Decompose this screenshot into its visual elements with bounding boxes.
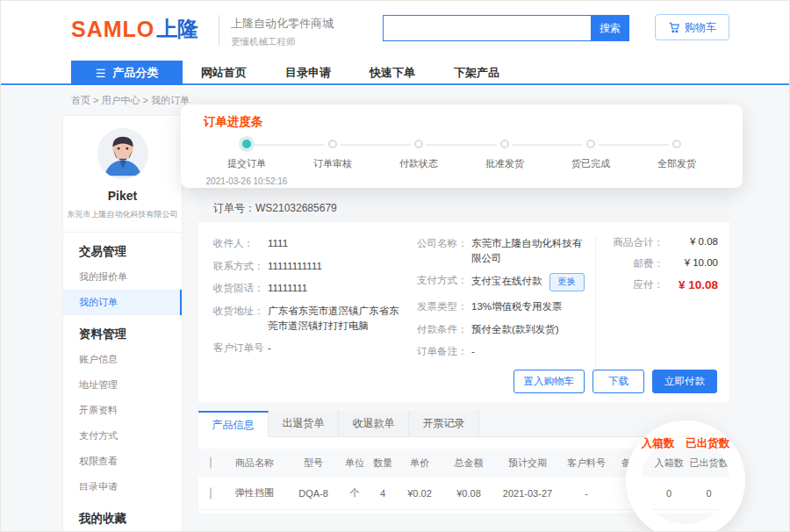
tagline-sub: 更懂机械工程师 xyxy=(231,36,334,48)
search-button[interactable]: 搜索 xyxy=(591,15,629,41)
col-header: 已出货数 xyxy=(688,457,729,470)
search-bar: 搜索 xyxy=(383,15,629,41)
step-time: 2021-03-26 10:52:16 xyxy=(206,176,288,186)
col-header: 备注 xyxy=(613,457,650,470)
nav-link-catalog-apply[interactable]: 目录申请 xyxy=(285,65,331,81)
progress-title: 订单进度条 xyxy=(204,114,720,130)
cell-product-name[interactable]: 弹性挡圈 xyxy=(223,486,286,500)
sidebar-item-my-orders[interactable]: 我的订单 xyxy=(63,290,182,315)
step-label: 批准发货 xyxy=(485,157,524,170)
address-value: 广东省东莞市道滘镇广东省东莞市道滘镇打打打电脑 xyxy=(268,304,417,333)
step-label: 全部发货 xyxy=(657,157,696,170)
select-all-checkbox[interactable] xyxy=(210,457,212,469)
cart-button[interactable]: 购物车 xyxy=(655,14,729,40)
sidebar-item-account-info[interactable]: 账户信息 xyxy=(63,347,182,372)
user-name: Piket xyxy=(63,189,182,203)
nav-link-home[interactable]: 网站首页 xyxy=(201,65,247,81)
payment-terms-value: 预付全款(款到发货) xyxy=(471,322,595,337)
step-payment-status: 付款状态 xyxy=(376,140,462,186)
breadcrumb[interactable]: 首页 > 用户中心 > 我的订单 xyxy=(71,94,190,107)
step-dot xyxy=(672,140,681,148)
order-number-value: WS21032685679 xyxy=(255,202,337,214)
add-to-cart-button[interactable]: 置入购物车 xyxy=(514,370,585,393)
cart-icon xyxy=(668,21,680,33)
step-submit-order: 提交订单 2021-03-26 10:52:16 xyxy=(204,140,290,186)
step-label: 订单审核 xyxy=(313,157,352,170)
tab-shipment-returns[interactable]: 出退货单 xyxy=(269,411,339,437)
step-dot xyxy=(586,140,595,148)
nav-link-offshelf[interactable]: 下架产品 xyxy=(454,65,499,81)
header: SAMLO 上隆 上隆自动化零件商城 更懂机械工程师 搜索 购物车 xyxy=(1,1,789,61)
col-header: 预计交期 xyxy=(495,457,560,470)
cell-total: ¥0.08 xyxy=(442,488,495,499)
shipping-label: 邮费： xyxy=(634,257,664,270)
col-header: 型号 xyxy=(286,457,341,470)
menu-icon: ☰ xyxy=(96,67,106,80)
field-label: 支付方式： xyxy=(417,273,471,291)
field-label: 公司名称： xyxy=(417,236,471,265)
step-goods-complete: 货已完成 xyxy=(548,140,634,186)
subtotal-value: ¥ 0.08 xyxy=(664,236,718,249)
sidebar-item-address[interactable]: 地址管理 xyxy=(63,372,182,398)
invoice-type-value: 13%增值税专用发票 xyxy=(471,299,595,314)
field-label: 联系方式： xyxy=(213,259,268,274)
shipping-value: ¥ 10.00 xyxy=(664,257,718,270)
avatar[interactable] xyxy=(97,128,148,179)
col-header: 总金额 xyxy=(442,457,495,470)
tab-filler xyxy=(479,411,729,437)
product-category-button[interactable]: ☰ 产品分类 xyxy=(71,61,183,85)
payable-value: ¥ 10.08 xyxy=(664,278,718,291)
cell-model: DQA-8 xyxy=(286,488,341,499)
order-actions: 置入购物车 下载 立即付款 xyxy=(514,370,718,393)
pay-now-button[interactable]: 立即付款 xyxy=(652,370,717,393)
change-payment-button[interactable]: 更换 xyxy=(549,273,585,291)
step-all-shipped: 全部发货 xyxy=(634,140,720,186)
order-summary-column: 商品合计：¥ 0.08 邮费：¥ 10.00 应付：¥ 10.08 xyxy=(595,236,727,367)
cell-shipped-qty: 0 xyxy=(688,488,729,499)
field-label: 收件人： xyxy=(213,236,268,251)
nav-link-quick-order[interactable]: 快速下单 xyxy=(370,65,415,81)
payment-method-value: 支付宝在线付款更换 xyxy=(471,273,595,291)
main-nav: ☰ 产品分类 网站首页 目录申请 快速下单 下架产品 xyxy=(1,61,789,85)
user-sidebar: Piket 东莞市上隆自动化科技有限公司 交易管理 我的报价单 我的订单 资料管… xyxy=(62,115,183,532)
company-value: 东莞市上隆自动化科技有限公司 xyxy=(471,236,595,265)
col-header: 单价 xyxy=(397,457,442,470)
step-label: 提交订单 xyxy=(227,157,266,170)
step-dot-active xyxy=(242,140,251,148)
logo-samlo-text: SAMLO xyxy=(71,17,154,42)
tab-payment-refunds[interactable]: 收退款单 xyxy=(339,411,409,437)
field-label: 收货地址： xyxy=(213,304,268,333)
table-row: 弹性挡圈 DQA-8 个 4 ¥0.02 ¥0.08 2021-03-27 - … xyxy=(198,477,729,510)
customer-po-value: - xyxy=(268,341,417,356)
field-label: 付款条件： xyxy=(417,322,471,337)
sidebar-item-permission[interactable]: 权限查看 xyxy=(63,449,182,474)
col-header: 客户料号 xyxy=(560,457,613,470)
step-dot xyxy=(500,140,509,148)
logo[interactable]: SAMLO 上隆 xyxy=(71,15,198,43)
search-input[interactable] xyxy=(383,15,591,41)
category-label: 产品分类 xyxy=(112,65,158,81)
cell-remark: - xyxy=(613,488,650,499)
product-table: 商品名称 型号 单位 数量 单价 总金额 预计交期 客户料号 备注 入箱数 已出… xyxy=(198,449,729,510)
order-details: 收件人：1111 联系方式：11111111111 收货固话：11111111 … xyxy=(198,222,729,367)
tab-invoice-records[interactable]: 开票记录 xyxy=(409,411,479,437)
cell-delivery-date: 2021-03-27 xyxy=(495,488,560,499)
col-header: 数量 xyxy=(369,457,397,470)
sidebar-item-catalog-apply[interactable]: 目录申请 xyxy=(63,474,182,500)
sidebar-item-my-quotes[interactable]: 我的报价单 xyxy=(63,264,182,290)
sidebar-item-invoice-info[interactable]: 开票资料 xyxy=(63,398,182,423)
step-dot xyxy=(414,140,423,148)
download-button[interactable]: 下载 xyxy=(592,370,644,393)
tagline-main: 上隆自动化零件商城 xyxy=(231,16,334,32)
sidebar-item-payment-method[interactable]: 支付方式 xyxy=(63,423,182,449)
sidebar-menu: 交易管理 我的报价单 我的订单 资料管理 账户信息 地址管理 开票资料 支付方式… xyxy=(63,233,182,532)
order-detail-card: 订单号： WS21032685679 收件人：1111 联系方式：1111111… xyxy=(198,194,729,402)
row-checkbox[interactable] xyxy=(210,487,212,500)
step-dot xyxy=(328,140,337,148)
cell-unit: 个 xyxy=(341,486,369,500)
cell-customer-part: - xyxy=(560,488,613,499)
order-remark-value: - xyxy=(471,344,595,359)
order-number-label: 订单号： xyxy=(213,201,255,216)
tab-product-info[interactable]: 产品信息 xyxy=(198,411,269,437)
col-header: 入箱数 xyxy=(650,457,688,470)
